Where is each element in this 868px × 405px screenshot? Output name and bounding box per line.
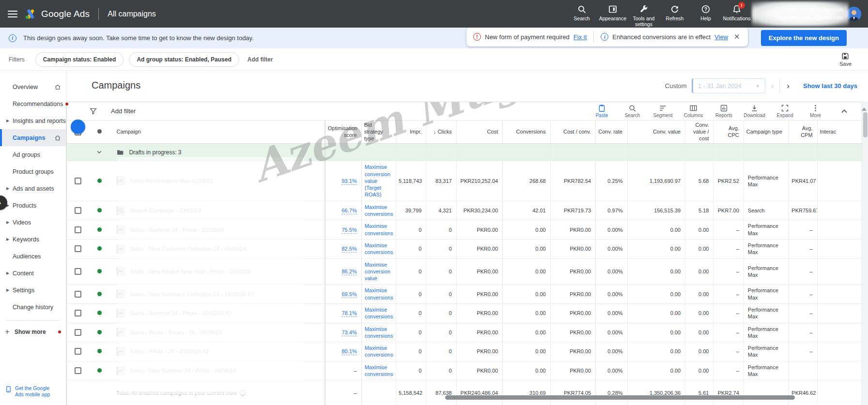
status-enabled-dot[interactable] [97, 330, 102, 334]
bid-strategy-link[interactable]: Maximise conversions [365, 287, 393, 301]
sidebar-item-recommendations[interactable]: Recommendations [0, 95, 66, 112]
sidebar-item-ad-groups[interactable]: Ad groups [0, 146, 66, 163]
column-header-avg-cpc[interactable]: Avg. CPC [713, 120, 744, 144]
sidebar-item-change-history[interactable]: Change history [0, 299, 66, 315]
optimisation-score-link[interactable]: 93.1% [341, 178, 356, 185]
optimisation-score-link[interactable]: 73.4% [341, 330, 356, 336]
column-header-conv-rate[interactable]: Conv. rate [596, 120, 627, 144]
status-enabled-dot[interactable] [97, 208, 102, 212]
row-checkbox[interactable] [75, 367, 81, 374]
optimisation-score-link[interactable]: 86.2% [341, 269, 356, 275]
date-next-button[interactable]: › [780, 81, 796, 91]
status-enabled-dot[interactable] [97, 368, 102, 373]
row-checkbox[interactable] [75, 329, 81, 336]
toolbar-expand-button[interactable]: Expand [770, 102, 800, 120]
row-checkbox[interactable] [75, 268, 81, 275]
google-ads-logo[interactable]: Google Ads [24, 8, 90, 20]
sidebar-item-overview[interactable]: Overview [0, 78, 66, 95]
campaign-name[interactable]: Sales - Summer 24 - Pmax - 23/02/24 #2 [130, 310, 231, 316]
campaign-name[interactable]: Sales - Pmax - 26 - 23/02/24 #2 [130, 348, 208, 354]
row-checkbox[interactable] [75, 226, 81, 233]
save-button[interactable]: Save [839, 52, 852, 67]
column-header-cost-conv[interactable]: Cost / conv. [550, 120, 595, 144]
campaign-name[interactable]: Sales - New Summer 24 - Pmax - 04/04/24 [130, 368, 236, 374]
status-enabled-dot[interactable] [97, 179, 102, 183]
column-header-interactions[interactable]: Interac [817, 120, 862, 144]
bid-strategy-link[interactable]: Maximise conversions [365, 306, 393, 320]
toolbar-segment-button[interactable]: Segment [648, 102, 678, 120]
topbar-notifications-button[interactable]: !Notifications [721, 0, 752, 28]
status-enabled-dot[interactable] [97, 246, 102, 251]
sidebar-item-products[interactable]: ▶Products [0, 197, 66, 214]
column-header-conv-value-cost[interactable]: Conv. value / cost [685, 120, 713, 144]
horizontal-scrollbar[interactable] [445, 395, 795, 400]
toolbar-more-button[interactable]: More [800, 102, 831, 120]
topbar-search-button[interactable]: Search [566, 0, 597, 28]
sidebar-item-keywords[interactable]: ▶Keywords [0, 231, 66, 248]
column-header-campaign-type[interactable]: Campaign type [744, 120, 789, 144]
drafts-row[interactable]: Drafts in progress: 3 [67, 144, 862, 161]
bid-strategy-link[interactable]: Maximise conversions [365, 326, 393, 340]
collapse-toolbar-icon[interactable] [839, 106, 849, 116]
bid-strategy-link[interactable]: Maximise conversions [365, 345, 393, 359]
view-link[interactable]: View [714, 33, 728, 41]
topbar-appearance-button[interactable]: Appearance [597, 0, 628, 28]
sidebar-item-insights-and-reports[interactable]: ▶Insights and reports [0, 112, 66, 129]
add-filter-link[interactable]: Add filter [248, 56, 273, 63]
bid-strategy-link[interactable]: Maximise conversions [365, 223, 393, 237]
chevron-down-icon[interactable] [96, 149, 103, 155]
column-header-bid-strategy-type[interactable]: Bid strategy type [361, 120, 396, 144]
sidebar-item-content[interactable]: ▶Content [0, 265, 66, 282]
column-header-campaign[interactable]: Campaign [109, 120, 325, 144]
filter-chip-adgroup-status[interactable]: Ad group status: Enabled, Paused [129, 52, 239, 67]
explore-new-design-button[interactable]: Explore the new design [761, 30, 847, 46]
campaign-name[interactable]: Sales - Summer 24 - Pmax - 23/02/24 [130, 227, 223, 233]
campaign-name[interactable]: Search Campaign - 13/11/23 [130, 208, 201, 213]
column-header-clicks[interactable]: ↓ Clicks [426, 120, 456, 144]
row-checkbox[interactable] [75, 207, 81, 214]
row-checkbox[interactable] [75, 310, 81, 316]
bid-strategy-link[interactable]: Maximise conversion value (Target ROAS) [365, 164, 391, 198]
sidebar-item-audiences[interactable]: Audiences [0, 248, 66, 265]
sidebar-item-settings[interactable]: ▶Settings [0, 282, 66, 299]
topbar-refresh-button[interactable]: Refresh [659, 0, 690, 28]
campaign-name[interactable]: Sales - New Summers Collection 24 - 19/0… [130, 291, 253, 297]
toolbar-search-button[interactable]: Search [617, 102, 648, 120]
avatar[interactable] [847, 7, 861, 21]
bid-strategy-link[interactable]: Maximise conversions [365, 242, 393, 256]
bid-strategy-link[interactable]: Maximise conversions [365, 364, 393, 378]
optimisation-score-link[interactable]: 75.5% [341, 227, 356, 234]
vertical-scrollbar-thumb[interactable] [863, 112, 868, 137]
sidebar-item-product-groups[interactable]: Product groups [0, 163, 66, 180]
status-enabled-dot[interactable] [97, 311, 102, 315]
date-prev-button[interactable]: ‹ [765, 81, 780, 91]
mobile-app-promo[interactable]: Get the Google Ads mobile app [5, 385, 57, 398]
table-add-filter[interactable]: Add filter [111, 107, 136, 115]
row-checkbox[interactable] [75, 291, 81, 298]
bid-strategy-link[interactable]: Maximise conversion value [365, 261, 391, 282]
sidebar-item-videos[interactable]: ▶Videos [0, 214, 66, 231]
campaign-name[interactable]: Sales - New Customer Collection 24 - 05/… [130, 246, 246, 252]
campaign-name[interactable]: Sales-Performance Max-11/29/22 [130, 178, 213, 184]
topbar-help-button[interactable]: ?Help [690, 0, 721, 28]
sidebar-show-more[interactable]: + Show more [0, 324, 66, 340]
status-enabled-dot[interactable] [97, 349, 102, 353]
sidebar-item-ads-and-assets[interactable]: ▶Ads and assets [0, 180, 66, 197]
toolbar-paste-button[interactable]: Paste [587, 102, 617, 120]
column-header-optimisation-score[interactable]: Optimisation score [325, 120, 361, 144]
optimisation-score-link[interactable]: 82.5% [341, 246, 356, 253]
menu-icon[interactable] [8, 11, 17, 17]
toolbar-columns-button[interactable]: Columns [678, 102, 709, 120]
status-enabled-dot[interactable] [97, 292, 102, 296]
row-checkbox[interactable] [75, 178, 81, 184]
status-enabled-dot[interactable] [97, 227, 102, 232]
column-header-conversions[interactable]: Conversions [503, 120, 551, 144]
filter-funnel-icon[interactable] [89, 107, 97, 115]
date-range-picker[interactable]: 1 - 31 Jan 2024 ▼ [692, 78, 765, 93]
optimisation-score-link[interactable]: 78.1% [341, 310, 356, 317]
column-header-cost[interactable]: Cost [456, 120, 503, 144]
floating-blue-button[interactable] [71, 120, 85, 134]
status-enabled-dot[interactable] [97, 269, 102, 273]
optimisation-score-link[interactable]: 80.1% [341, 348, 356, 355]
bid-strategy-link[interactable]: Maximise conversions [365, 204, 393, 218]
